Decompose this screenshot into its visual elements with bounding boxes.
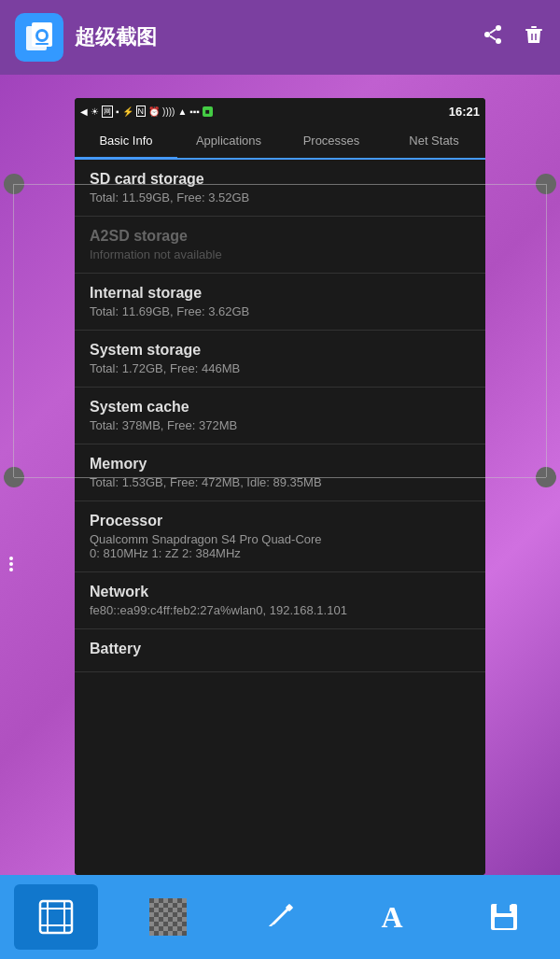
internal-storage-title: Internal storage [90, 285, 470, 302]
system-storage-detail: Total: 1.72GB, Free: 446MB [90, 361, 470, 375]
system-cache-detail: Total: 378MB, Free: 372MB [90, 418, 470, 432]
processor-detail: Qualcomm Snapdragon S4 Pro Quad-Core 0: … [90, 532, 470, 560]
crop-tool-button[interactable] [14, 884, 98, 950]
app-bar: 超级截图 [0, 0, 560, 75]
a2sd-detail: Information not available [90, 247, 470, 261]
phone-screen: ◀ ☀ 网 ▪ ⚡ N ⏰ )))) ▲ ▪▪▪ ■ 16:21 Basic I… [75, 98, 485, 875]
usb-icon: ⚡ [122, 106, 133, 117]
battery-icon: ■ [203, 106, 213, 117]
edit-tool-button[interactable] [238, 884, 322, 950]
brightness-icon: ☀ [91, 106, 99, 117]
svg-point-5 [496, 25, 501, 31]
a2sd-section: A2SD storage Information not available [75, 217, 485, 274]
app-icon [15, 13, 63, 62]
status-bar: ◀ ☀ 网 ▪ ⚡ N ⏰ )))) ▲ ▪▪▪ ■ 16:21 [75, 98, 485, 124]
network-detail: fe80::ea99:c4ff:feb2:27a%wlan0, 192.168.… [90, 603, 470, 617]
memory-title: Memory [90, 456, 470, 472]
checkerboard-icon [149, 898, 187, 936]
tab-processes[interactable]: Processes [280, 124, 383, 160]
text-icon: A [381, 900, 402, 935]
svg-line-9 [490, 36, 496, 40]
info-content[interactable]: SD card storage Total: 11.59GB, Free: 3.… [75, 160, 485, 875]
sd-card-title: SD card storage [90, 171, 470, 188]
sd-card-section: SD card storage Total: 11.59GB, Free: 3.… [75, 160, 485, 217]
network-section: Network fe80::ea99:c4ff:feb2:27a%wlan0, … [75, 572, 485, 629]
delete-button[interactable] [523, 23, 545, 51]
processor-title: Processor [90, 513, 470, 529]
processor-section: Processor Qualcomm Snapdragon S4 Pro Qua… [75, 501, 485, 572]
battery-section: Battery [75, 629, 485, 672]
battery-title: Battery [90, 641, 470, 657]
svg-point-6 [484, 32, 490, 37]
system-cache-section: System cache Total: 378MB, Free: 372MB [75, 388, 485, 444]
share-button[interactable] [482, 23, 504, 51]
status-icons-left: ◀ ☀ 网 ▪ ⚡ N ⏰ )))) ▲ ▪▪▪ ■ [80, 106, 213, 118]
alarm-icon: ⏰ [148, 106, 160, 117]
checkerboard-tool-button[interactable] [126, 884, 210, 950]
svg-rect-11 [531, 26, 537, 28]
memory-section: Memory Total: 1.53GB, Free: 472MB, Idle:… [75, 444, 485, 501]
tab-applications[interactable]: Applications [177, 124, 280, 160]
system-storage-title: System storage [90, 342, 470, 359]
back-icon: ◀ [80, 106, 88, 117]
dot-3 [9, 568, 13, 571]
internal-storage-section: Internal storage Total: 11.69GB, Free: 3… [75, 274, 485, 331]
app-title: 超级截图 [75, 23, 482, 51]
internal-storage-detail: Total: 11.69GB, Free: 3.62GB [90, 304, 470, 318]
network-icon: 网 [102, 106, 113, 118]
a2sd-title: A2SD storage [90, 228, 470, 245]
three-dots-menu[interactable] [9, 557, 13, 571]
system-cache-title: System cache [90, 399, 470, 416]
svg-point-7 [496, 38, 501, 44]
tab-net-stats[interactable]: Net Stats [383, 124, 485, 160]
tab-bar: Basic Info Applications Processes Net St… [75, 124, 485, 160]
save-tool-button[interactable] [462, 884, 546, 950]
svg-rect-10 [525, 29, 542, 31]
dot-2 [9, 562, 13, 566]
svg-rect-4 [35, 43, 49, 45]
svg-rect-14 [40, 901, 72, 933]
sd-card-detail: Total: 11.59GB, Free: 3.52GB [90, 190, 470, 204]
text-tool-button[interactable]: A [350, 884, 434, 950]
bottom-toolbar: A [0, 875, 560, 959]
system-storage-section: System storage Total: 1.72GB, Free: 446M… [75, 331, 485, 388]
svg-point-3 [38, 32, 46, 39]
app-bar-actions [482, 23, 545, 51]
network-title: Network [90, 584, 470, 600]
wifi-icon: )))) [162, 106, 175, 117]
tab-basic-info[interactable]: Basic Info [75, 124, 177, 160]
svg-line-8 [490, 30, 496, 34]
signal-icon: ▲ [177, 106, 187, 117]
bars-icon: ▪▪▪ [189, 106, 200, 117]
svg-rect-21 [497, 904, 511, 913]
memory-detail: Total: 1.53GB, Free: 472MB, Idle: 89.35M… [90, 475, 470, 489]
svg-rect-23 [510, 905, 512, 911]
svg-rect-22 [495, 917, 513, 928]
nfc-icon: N [136, 106, 147, 117]
status-time: 16:21 [449, 105, 480, 119]
screen-icon: ▪ [116, 106, 119, 117]
dot-1 [9, 557, 13, 560]
